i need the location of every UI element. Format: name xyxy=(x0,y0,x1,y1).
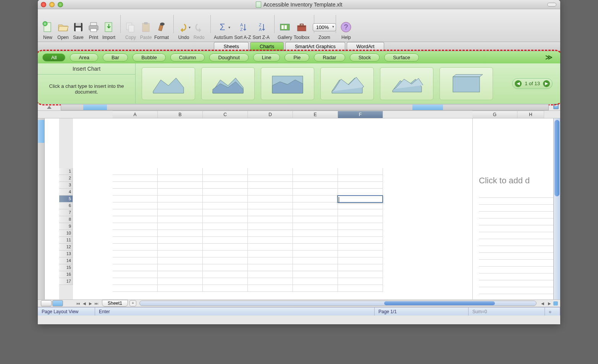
row-header-5[interactable]: 5 xyxy=(59,196,73,202)
row-header-15[interactable]: 15 xyxy=(59,264,73,271)
pager-text: 1 of 13 xyxy=(525,81,540,86)
main-toolbar: +New Open Save Print Import Copy Paste F… xyxy=(38,9,560,42)
row-header-14[interactable]: 14 xyxy=(59,257,73,264)
spreadsheet-canvas[interactable]: Click to add d xyxy=(73,118,553,299)
column-header-g[interactable]: G xyxy=(472,111,517,118)
paste-button[interactable]: Paste xyxy=(139,18,153,40)
chart-type-stock[interactable]: Stock xyxy=(350,53,380,61)
print-button[interactable]: Print xyxy=(87,18,100,40)
chart-type-all[interactable]: All xyxy=(42,53,65,61)
chart-thumb-area-100[interactable] xyxy=(261,67,314,100)
chart-types-more-icon[interactable]: ≫ xyxy=(542,53,556,61)
column-header-e[interactable]: E xyxy=(293,111,338,118)
chart-type-doughnut[interactable]: Doughnut xyxy=(209,53,248,61)
page-2-preview[interactable]: Click to add d xyxy=(472,118,553,299)
toolbox-button[interactable]: Toolbox xyxy=(294,18,309,40)
gallery-pager: ◀ 1 of 13 ▶ xyxy=(512,78,553,89)
tab-smartart[interactable]: SmartArt Graphics xyxy=(285,42,345,51)
chart-type-bubble[interactable]: Bubble xyxy=(133,53,165,61)
new-button[interactable]: +New xyxy=(41,18,55,40)
pager-prev-icon[interactable]: ◀ xyxy=(515,80,522,87)
tab-charts[interactable]: Charts xyxy=(250,42,284,51)
save-button[interactable]: Save xyxy=(71,18,85,40)
gallery-button[interactable]: Gallery xyxy=(278,18,292,40)
autosum-button[interactable]: Σ▾AutoSum xyxy=(214,18,233,40)
sort-az-button[interactable]: AZSort A-Z xyxy=(234,18,251,40)
row-header-1[interactable]: 1 xyxy=(59,168,73,175)
normal-view-button[interactable] xyxy=(41,300,52,306)
svg-point-14 xyxy=(160,23,165,26)
row-header-16[interactable]: 16 xyxy=(59,271,73,278)
page-2-hint: Click to add d xyxy=(473,118,553,186)
collapse-ribbon-icon[interactable] xyxy=(553,104,560,111)
status-mode: Enter xyxy=(95,307,375,315)
tab-wordart[interactable]: WordArt xyxy=(347,42,384,51)
horizontal-ruler[interactable] xyxy=(61,104,549,110)
row-header-17[interactable]: 17 xyxy=(59,278,73,285)
zoom-select[interactable]: 100%Zoom xyxy=(317,15,331,40)
chart-thumb-area-2d[interactable] xyxy=(142,67,195,100)
chart-type-area[interactable]: Area xyxy=(70,53,98,61)
toolbar-pill-button[interactable] xyxy=(547,3,556,6)
undo-button[interactable]: ▾Undo xyxy=(177,18,191,40)
page-layout-view-button[interactable] xyxy=(52,300,63,306)
chart-type-pie[interactable]: Pie xyxy=(284,53,309,61)
chart-thumb-area-3d[interactable] xyxy=(320,67,374,100)
row-header-2[interactable]: 2 xyxy=(59,175,73,182)
copy-button[interactable]: Copy xyxy=(124,18,137,40)
help-button[interactable]: ?Help xyxy=(339,18,353,40)
redo-button[interactable]: Redo xyxy=(192,18,206,40)
horizontal-scrollbar[interactable] xyxy=(139,301,537,306)
last-sheet-icon[interactable]: ⏭ xyxy=(94,301,100,306)
row-header-9[interactable]: 9 xyxy=(59,223,73,230)
row-header-12[interactable]: 12 xyxy=(59,244,73,251)
open-button[interactable]: Open xyxy=(56,18,70,40)
row-header-11[interactable]: 11 xyxy=(59,237,73,244)
vertical-ruler[interactable] xyxy=(38,118,45,299)
chart-thumb-area-stacked[interactable] xyxy=(201,67,255,100)
chart-type-surface[interactable]: Surface xyxy=(384,53,419,61)
chart-type-bar-btn[interactable]: Bar xyxy=(103,53,128,61)
chart-thumb-area-3d-stacked[interactable] xyxy=(380,67,433,100)
format-button[interactable]: Format xyxy=(154,18,169,40)
split-handle-icon[interactable] xyxy=(553,301,558,306)
status-resize-icon[interactable]: ⟐ xyxy=(545,307,560,315)
chart-type-line[interactable]: Line xyxy=(253,53,280,61)
column-header-f[interactable]: F xyxy=(338,111,383,118)
column-header-h[interactable]: H xyxy=(517,111,544,118)
gallery-items xyxy=(136,67,504,100)
row-header-13[interactable]: 13 xyxy=(59,251,73,257)
pager-next-icon[interactable]: ▶ xyxy=(543,80,550,87)
scroll-right-icon[interactable]: ▶ xyxy=(546,301,553,306)
tab-sheets[interactable]: Sheets xyxy=(214,42,248,51)
active-cell[interactable] xyxy=(337,195,383,203)
chart-type-column[interactable]: Column xyxy=(170,53,205,61)
add-sheet-button[interactable]: + xyxy=(129,300,136,306)
vertical-scrollbar[interactable] xyxy=(553,118,560,299)
horizontal-scroll-thumb[interactable] xyxy=(384,301,495,305)
chart-type-radar[interactable]: Radar xyxy=(314,53,345,61)
import-button[interactable]: Import xyxy=(102,18,116,40)
ruler-toggle[interactable] xyxy=(38,105,61,110)
prev-sheet-icon[interactable]: ◀ xyxy=(81,301,87,306)
next-sheet-icon[interactable]: ▶ xyxy=(87,301,94,306)
column-header-c[interactable]: C xyxy=(203,111,248,118)
chart-thumb-area-3d-100[interactable] xyxy=(440,67,493,100)
row-header-10[interactable]: 10 xyxy=(59,230,73,237)
column-header-a[interactable]: A xyxy=(113,111,158,118)
scroll-left-icon[interactable]: ◀ xyxy=(540,301,546,306)
vertical-scroll-thumb[interactable] xyxy=(554,120,559,196)
sort-za-button[interactable]: ZASort Z-A xyxy=(252,18,270,40)
row-header-4[interactable]: 4 xyxy=(59,189,73,196)
sheet-tab-1[interactable]: Sheet1 xyxy=(102,300,128,307)
svg-text:Σ: Σ xyxy=(220,22,225,32)
row-header-7[interactable]: 7 xyxy=(59,209,73,216)
row-header-3[interactable]: 3 xyxy=(59,182,73,189)
column-header-b[interactable]: B xyxy=(158,111,203,118)
column-header-d[interactable]: D xyxy=(248,111,293,118)
svg-rect-31 xyxy=(554,105,558,106)
first-sheet-icon[interactable]: ⏮ xyxy=(75,301,81,306)
row-header-8[interactable]: 8 xyxy=(59,216,73,223)
app-window: Accessible Inventory Template.xlt +New O… xyxy=(38,0,560,324)
row-header-6[interactable]: 6 xyxy=(59,202,73,209)
